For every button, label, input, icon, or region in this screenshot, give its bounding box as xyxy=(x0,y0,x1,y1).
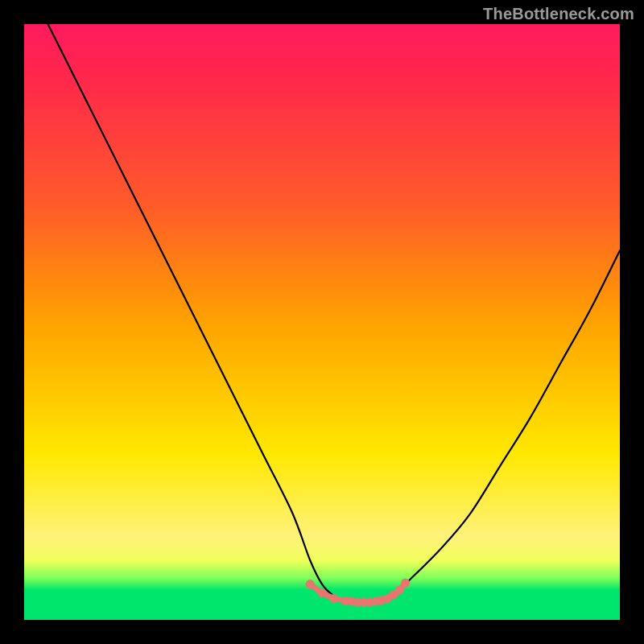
valley-dot xyxy=(378,596,386,605)
plot-area xyxy=(24,24,620,620)
valley-markers xyxy=(306,579,410,607)
chart-frame: TheBottleneck.com xyxy=(0,0,644,644)
valley-dot xyxy=(359,597,368,606)
bottleneck-curve xyxy=(24,24,620,620)
valley-dot xyxy=(389,590,398,599)
valley-dot xyxy=(341,597,350,605)
valley-dot xyxy=(371,597,380,606)
valley-dot xyxy=(306,580,315,588)
valley-connector xyxy=(310,583,405,602)
watermark-text: TheBottleneck.com xyxy=(483,5,634,23)
valley-dot xyxy=(401,579,410,588)
valley-dot xyxy=(395,586,404,595)
valley-dot xyxy=(318,588,327,597)
valley-dot xyxy=(348,597,357,606)
curve-path xyxy=(48,24,620,602)
valley-dot xyxy=(353,597,362,606)
valley-dot xyxy=(383,594,392,603)
valley-dot xyxy=(365,597,374,606)
valley-dot xyxy=(329,594,338,603)
